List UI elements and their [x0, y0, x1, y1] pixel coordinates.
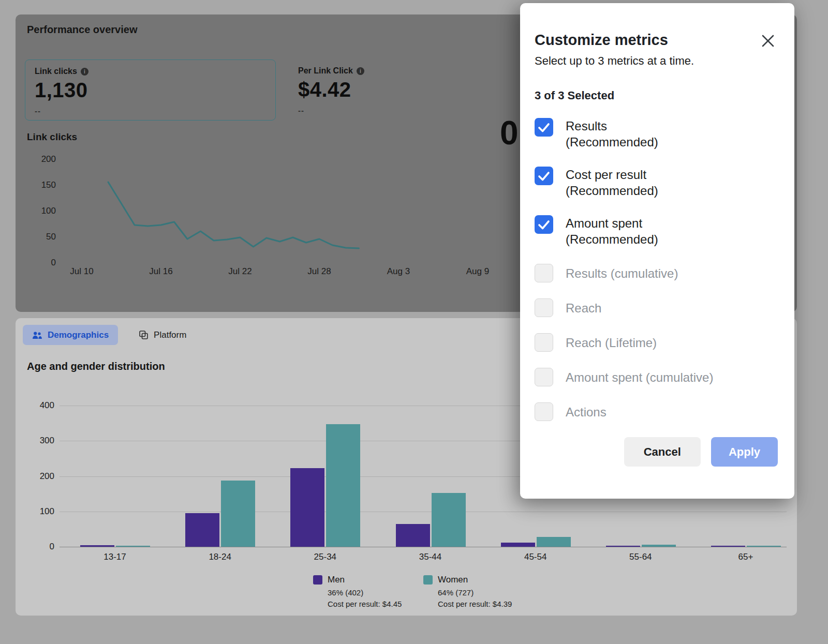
line-chart-xtick: Jul 28 [307, 266, 331, 276]
modal-footer: Cancel Apply [535, 437, 780, 467]
metric-option-text: Results(Recommended) [566, 118, 658, 150]
line-chart-ytick: 150 [41, 180, 56, 190]
bar-chart-gridline [60, 547, 787, 547]
metric-label: Link clicks i [35, 67, 266, 76]
bar-chart-ytick: 300 [26, 436, 54, 446]
checkbox-checked[interactable] [535, 118, 553, 137]
checkbox-unchecked[interactable] [535, 264, 553, 282]
bar-chart-category-label: 13-17 [79, 552, 151, 562]
checkbox-checked[interactable] [535, 215, 553, 234]
metric-value: $4.42 [298, 78, 440, 101]
metric-option-amount-spent[interactable]: Amount spent(Recommended) [535, 215, 780, 247]
line-chart-ytick: 100 [41, 206, 56, 216]
bar-men-45-54 [501, 543, 535, 547]
metric-card-link-clicks[interactable]: Link clicks i 1,130 -- [25, 59, 276, 121]
metric-option-text: Reach (Lifetime) [566, 333, 657, 352]
metric-option-amount-spent-cumulative[interactable]: Amount spent (cumulative) [535, 368, 780, 386]
bar-men-13-17 [80, 545, 114, 547]
bar-men-18-24 [185, 513, 219, 547]
bar-chart-ytick: 200 [26, 471, 54, 482]
apply-button[interactable]: Apply [711, 437, 778, 467]
bar-chart-category-label: 65+ [709, 552, 782, 562]
legend-swatch-women [423, 575, 433, 585]
legend-share: 64% (727) [438, 588, 512, 597]
line-chart-ytick: 0 [51, 258, 56, 267]
legend-name: Men [328, 575, 402, 585]
checkbox-unchecked[interactable] [535, 333, 553, 352]
metric-option-label: Cost per result [566, 167, 658, 183]
bar-chart-category-label: 45-54 [499, 552, 572, 562]
info-icon[interactable]: i [357, 67, 364, 75]
metric-option-label: Results [566, 118, 658, 134]
metric-options-list: Results(Recommended)Cost per result(Reco… [535, 118, 780, 421]
metric-option-label: Reach [566, 300, 601, 316]
checkbox-unchecked[interactable] [535, 402, 553, 421]
metric-option-label: Amount spent (cumulative) [566, 369, 713, 385]
metric-delta: -- [298, 106, 440, 115]
bar-chart-category-label: 25-34 [289, 552, 361, 562]
check-icon [535, 118, 553, 137]
metric-label-text: Link clicks [35, 67, 77, 76]
bar-women-45-54 [537, 537, 571, 547]
cancel-button[interactable]: Cancel [624, 437, 701, 467]
metric-option-text: Results (cumulative) [566, 264, 678, 282]
line-chart-ytick: 200 [41, 154, 56, 164]
line-chart-xtick: Jul 22 [228, 266, 252, 276]
bar-women-25-34 [326, 424, 360, 547]
metric-option-label: Reach (Lifetime) [566, 335, 657, 351]
customize-metrics-modal: Customize metrics Select up to 3 metrics… [520, 3, 794, 499]
metric-option-results[interactable]: Results(Recommended) [535, 118, 780, 150]
metric-card-per-link-click[interactable]: Per Link Click i $4.42 -- [289, 59, 449, 121]
checkbox-unchecked[interactable] [535, 368, 553, 386]
metric-option-label: Amount spent [566, 215, 658, 231]
line-chart-heading: Link clicks [27, 131, 77, 143]
bar-chart-category-label: 55-64 [604, 552, 677, 562]
legend-share: 36% (402) [328, 588, 402, 597]
metric-option-cost-per-result[interactable]: Cost per result(Recommended) [535, 167, 780, 199]
info-icon[interactable]: i [81, 68, 88, 76]
metric-option-note: (Recommended) [566, 231, 658, 247]
bar-chart-ytick: 0 [26, 542, 54, 552]
metric-option-actions[interactable]: Actions [535, 402, 780, 421]
metric-option-text: Reach [566, 298, 601, 317]
line-chart-xtick: Jul 10 [70, 266, 93, 276]
bar-chart-ytick: 400 [26, 400, 54, 411]
bar-women-65+ [747, 546, 781, 547]
bar-women-35-44 [432, 493, 466, 547]
metric-delta: -- [35, 107, 266, 115]
checkbox-checked[interactable] [535, 167, 553, 185]
bar-chart-gridline [60, 512, 787, 512]
legend-women: Women 64% (727) Cost per result: $4.39 [423, 575, 512, 608]
metric-option-reach-lifetime[interactable]: Reach (Lifetime) [535, 333, 780, 352]
close-icon[interactable] [760, 33, 776, 49]
line-chart-ytick: 50 [46, 232, 56, 242]
occluded-background-value: 0 [500, 114, 519, 152]
metric-option-note: (Recommended) [566, 134, 658, 150]
link-clicks-series [108, 182, 359, 248]
legend-name: Women [438, 575, 512, 585]
modal-title: Customize metrics [535, 31, 780, 49]
check-icon [535, 167, 553, 185]
selection-status: 3 of 3 Selected [535, 89, 780, 102]
performance-overview-title: Performance overview [27, 24, 137, 36]
metric-option-note: (Recommended) [566, 183, 658, 199]
metric-option-text: Amount spent (cumulative) [566, 368, 713, 386]
legend-swatch-men [313, 575, 322, 585]
line-chart-xtick: Aug 9 [466, 266, 489, 276]
metric-option-reach[interactable]: Reach [535, 298, 780, 317]
bar-chart-category-label: 18-24 [184, 552, 256, 562]
metric-option-label: Actions [566, 404, 607, 420]
checkbox-unchecked[interactable] [535, 298, 553, 317]
metric-value: 1,130 [35, 79, 266, 102]
metric-option-results-cumulative[interactable]: Results (cumulative) [535, 264, 780, 282]
metric-label: Per Link Click i [298, 66, 440, 76]
bar-women-55-64 [642, 545, 676, 547]
bar-women-18-24 [221, 481, 255, 547]
bar-women-13-17 [116, 546, 150, 547]
bar-chart-ytick: 100 [26, 506, 54, 517]
metric-label-text: Per Link Click [298, 66, 353, 76]
metric-option-text: Cost per result(Recommended) [566, 167, 658, 199]
bar-men-65+ [711, 546, 745, 547]
bar-chart-category-label: 35-44 [394, 552, 467, 562]
ads-report-page: Performance overview Link clicks i 1,130… [0, 0, 828, 644]
